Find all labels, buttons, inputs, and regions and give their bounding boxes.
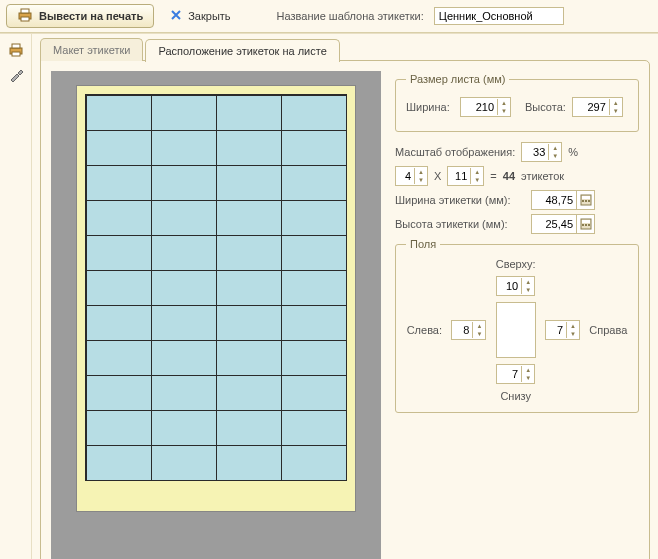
multiply-sign: X <box>434 170 441 182</box>
tab-placement[interactable]: Расположение этикеток на листе <box>145 39 339 62</box>
sheet-height-input[interactable] <box>573 101 609 113</box>
sheet-height-spinner[interactable]: ▲▼ <box>572 97 623 117</box>
sheet-width-label: Ширина: <box>406 101 454 113</box>
label-width-field[interactable] <box>531 190 595 210</box>
margin-top-label: Сверху: <box>496 258 536 270</box>
equals-sign: = <box>490 170 496 182</box>
spin-down-icon[interactable]: ▼ <box>473 330 485 338</box>
margin-bottom-spinner[interactable]: ▲▼ <box>496 364 535 384</box>
spin-up-icon[interactable]: ▲ <box>498 99 510 107</box>
spin-up-icon[interactable]: ▲ <box>473 322 485 330</box>
sidebar-print-icon[interactable] <box>5 40 27 60</box>
svg-rect-10 <box>588 200 590 202</box>
margin-left-label: Слева: <box>407 324 442 336</box>
svg-rect-7 <box>582 196 590 199</box>
calculator-icon[interactable] <box>576 215 594 233</box>
spin-up-icon[interactable]: ▲ <box>471 168 483 176</box>
margin-top-input[interactable] <box>497 280 521 292</box>
label-width-caption: Ширина этикетки (мм): <box>395 194 525 206</box>
label-height-caption: Высота этикетки (мм): <box>395 218 525 230</box>
print-button[interactable]: Вывести на печать <box>6 4 154 28</box>
svg-rect-12 <box>582 220 590 223</box>
settings-panel: Размер листа (мм) Ширина: ▲▼ Высота: ▲▼ <box>395 71 639 559</box>
labels-total: 44 <box>503 170 515 182</box>
margin-right-input[interactable] <box>546 324 566 336</box>
rows-input[interactable] <box>448 170 470 182</box>
spin-up-icon[interactable]: ▲ <box>522 366 534 374</box>
spin-down-icon[interactable]: ▼ <box>522 286 534 294</box>
sheet-preview-background <box>51 71 381 559</box>
label-height-input[interactable] <box>532 218 576 230</box>
spin-down-icon[interactable]: ▼ <box>498 107 510 115</box>
spin-down-icon[interactable]: ▼ <box>471 176 483 184</box>
svg-rect-5 <box>12 52 20 56</box>
printer-icon <box>17 8 33 24</box>
margins-group: Поля Сверху: ▲▼ Слева: <box>395 238 639 413</box>
tab-layout[interactable]: Макет этикетки <box>40 38 143 61</box>
margin-left-input[interactable] <box>452 324 472 336</box>
svg-rect-1 <box>21 9 29 13</box>
scale-input[interactable] <box>522 146 548 158</box>
spin-up-icon[interactable]: ▲ <box>549 144 561 152</box>
label-width-input[interactable] <box>532 194 576 206</box>
template-caption: Название шаблона этикетки: <box>277 10 424 22</box>
cols-input[interactable] <box>396 170 414 182</box>
sheet-width-input[interactable] <box>461 101 497 113</box>
spin-down-icon[interactable]: ▼ <box>567 330 579 338</box>
print-label: Вывести на печать <box>39 10 143 22</box>
labels-grid-preview <box>85 94 347 481</box>
svg-rect-9 <box>585 200 587 202</box>
margin-bottom-label: Снизу <box>500 390 531 402</box>
spin-up-icon[interactable]: ▲ <box>567 322 579 330</box>
margin-bottom-input[interactable] <box>497 368 521 380</box>
svg-rect-4 <box>12 44 20 48</box>
sheet-size-legend: Размер листа (мм) <box>406 73 509 85</box>
sheet-width-spinner[interactable]: ▲▼ <box>460 97 511 117</box>
sheet-preview <box>76 85 356 512</box>
labels-unit: этикеток <box>521 170 564 182</box>
spin-down-icon[interactable]: ▼ <box>415 176 427 184</box>
sheet-size-group: Размер листа (мм) Ширина: ▲▼ Высота: ▲▼ <box>395 73 639 132</box>
svg-rect-8 <box>582 200 584 202</box>
margin-right-spinner[interactable]: ▲▼ <box>545 320 580 340</box>
svg-rect-14 <box>585 224 587 226</box>
svg-rect-2 <box>21 17 29 21</box>
sheet-height-label: Высота: <box>525 101 566 113</box>
main-toolbar: Вывести на печать Закрыть Название шабло… <box>0 0 658 33</box>
spin-down-icon[interactable]: ▼ <box>549 152 561 160</box>
sidebar-tools-icon[interactable] <box>5 66 27 86</box>
percent-sign: % <box>568 146 578 158</box>
close-icon <box>170 9 182 23</box>
close-button[interactable]: Закрыть <box>164 8 236 24</box>
calculator-icon[interactable] <box>576 191 594 209</box>
margin-top-spinner[interactable]: ▲▼ <box>496 276 535 296</box>
close-label: Закрыть <box>188 10 230 22</box>
tabs: Макет этикетки Расположение этикеток на … <box>40 38 650 61</box>
left-sidebar <box>0 34 32 559</box>
cols-spinner[interactable]: ▲▼ <box>395 166 428 186</box>
spin-down-icon[interactable]: ▼ <box>610 107 622 115</box>
svg-rect-13 <box>582 224 584 226</box>
spin-up-icon[interactable]: ▲ <box>415 168 427 176</box>
template-name-input[interactable] <box>434 7 564 25</box>
label-height-field[interactable] <box>531 214 595 234</box>
margin-right-label: Справа <box>589 324 627 336</box>
svg-rect-15 <box>588 224 590 226</box>
spin-down-icon[interactable]: ▼ <box>522 374 534 382</box>
spin-up-icon[interactable]: ▲ <box>610 99 622 107</box>
rows-spinner[interactable]: ▲▼ <box>447 166 484 186</box>
spin-up-icon[interactable]: ▲ <box>522 278 534 286</box>
scale-label: Масштаб отображения: <box>395 146 515 158</box>
scale-spinner[interactable]: ▲▼ <box>521 142 562 162</box>
margin-diagram <box>496 302 536 358</box>
margins-legend: Поля <box>406 238 440 250</box>
tab-panel: Размер листа (мм) Ширина: ▲▼ Высота: ▲▼ <box>40 60 650 559</box>
margin-left-spinner[interactable]: ▲▼ <box>451 320 486 340</box>
